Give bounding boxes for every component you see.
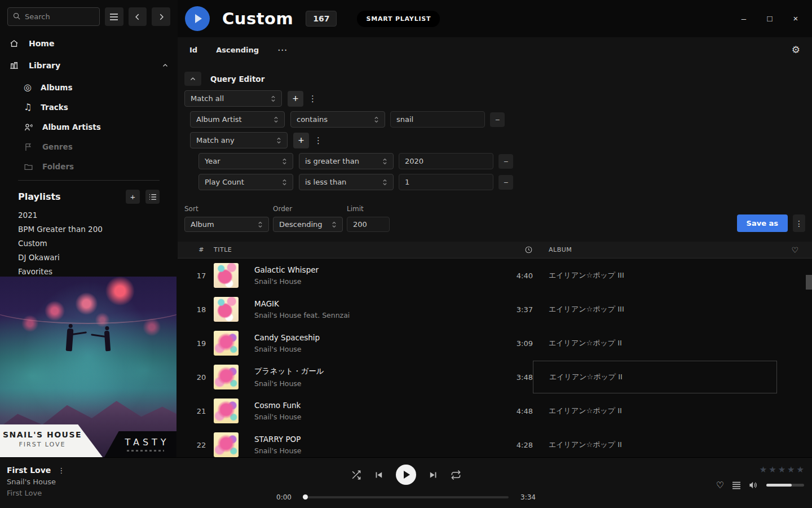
favorite-button[interactable]: ♡ [716,480,724,491]
rule-value-input[interactable] [399,153,493,169]
track-album[interactable]: エイリアン☆ポップ II [533,338,785,348]
track-title[interactable]: Cosmo Funk [254,401,492,410]
star-icon[interactable]: ★ [797,465,804,475]
volume-button[interactable] [749,480,758,490]
sort-field-control[interactable]: Id [189,46,197,54]
track-album[interactable]: エイリアン☆ポップ III [533,270,785,281]
now-playing-options-button[interactable]: ⋮ [58,466,65,475]
sidebar-item-album-artists[interactable]: Album Artists [24,121,169,133]
star-icon[interactable]: ★ [769,465,776,475]
now-playing-title[interactable]: First Love [7,466,51,475]
rule-field-select[interactable]: Play Count [198,174,293,190]
menu-button[interactable] [105,7,123,26]
volume-slider[interactable] [766,484,804,487]
track-title[interactable]: Galactic Whisper [254,265,492,274]
sidebar-item-folders[interactable]: Folders [24,160,169,173]
track-title[interactable]: STARRY POP [254,435,492,444]
add-rule-button[interactable]: + [288,91,303,107]
table-row[interactable]: 18 MAGIK Snail's House feat. Sennzai 3:3… [178,292,812,326]
playlist-item[interactable]: Custom [18,239,160,247]
album-thumbnail[interactable] [214,398,239,423]
track-title[interactable]: プラネット・ガール [254,366,492,376]
playlist-list-button[interactable] [145,190,160,204]
remove-rule-button[interactable]: − [498,175,513,190]
sidebar-item-home[interactable]: Home [9,37,169,50]
track-artist[interactable]: Snail's House [254,446,492,455]
remove-rule-button[interactable]: − [490,112,505,127]
table-row[interactable]: 20 プラネット・ガール Snail's House 3:48 エイリアン☆ポッ… [178,360,812,394]
sidebar-item-albums[interactable]: ◎ Albums [24,81,169,94]
rule-value-input[interactable] [390,111,485,128]
duration-column-clock-icon[interactable] [492,246,533,254]
track-artist[interactable]: Snail's House [254,277,492,286]
sidebar-item-library[interactable]: Library [9,59,169,72]
order-select[interactable]: Descending [273,217,343,232]
limit-input[interactable] [347,217,390,232]
star-icon[interactable]: ★ [787,465,795,475]
track-artist[interactable]: Snail's House [254,345,492,353]
rule-operator-select[interactable]: is greater than [299,153,394,169]
add-playlist-button[interactable]: + [126,190,140,204]
now-playing-artist[interactable]: Snail's House [7,478,65,486]
rule-operator-select[interactable]: is less than [299,174,394,190]
save-as-button[interactable]: Save as [737,214,788,232]
track-album[interactable]: エイリアン☆ポップ II [533,440,785,450]
playlist-item[interactable]: Favorites [18,267,160,275]
table-row[interactable]: 22 STARRY POP Snail's House 4:28 エイリアン☆ポ… [178,428,812,462]
rule-field-select[interactable]: Year [198,153,293,169]
track-artist[interactable]: Snail's House feat. Sennzai [254,311,492,319]
repeat-button[interactable] [451,470,461,480]
play-playlist-button[interactable] [185,6,210,31]
seek-bar[interactable] [303,496,509,498]
rule-field-select[interactable]: Album Artist [190,111,285,128]
table-row[interactable]: 21 Cosmo Funk Snail's House 4:48 エイリアン☆ポ… [178,394,812,428]
play-pause-button[interactable] [396,465,416,485]
track-album[interactable]: エイリアン☆ポップ II [533,406,785,416]
group-options-button[interactable]: ⋮ [314,135,323,146]
playlist-item[interactable]: DJ Okawari [18,253,160,261]
column-header-album[interactable]: ALBUM [533,246,785,253]
previous-button[interactable] [374,470,383,480]
playlist-item[interactable]: BPM Greater than 200 [18,225,160,233]
nav-back-button[interactable] [129,7,147,26]
album-thumbnail[interactable] [214,365,239,389]
group-options-button[interactable]: ⋮ [308,94,317,104]
queue-button[interactable] [732,481,741,489]
column-header-number[interactable]: # [189,246,214,253]
now-playing-album[interactable]: First Love [7,489,65,497]
sort-select[interactable]: Album [184,217,269,232]
table-row[interactable]: 17 Galactic Whisper Snail's House 4:40 エ… [178,259,812,292]
sort-order-control[interactable]: Ascending [216,46,259,54]
rule-value-input[interactable] [399,174,493,190]
query-editor-collapse-button[interactable] [184,72,201,86]
search-input[interactable] [7,7,100,26]
star-icon[interactable]: ★ [778,465,785,475]
minimize-button[interactable]: – [731,10,757,26]
track-title[interactable]: Candy Spaceship [254,333,492,342]
more-options-icon[interactable]: ⋯ [277,44,288,55]
chevron-up-icon[interactable] [162,62,169,69]
match-type-select[interactable]: Match any [190,132,288,148]
shuffle-button[interactable] [351,470,361,480]
save-options-button[interactable]: ⋮ [793,214,805,232]
match-type-select[interactable]: Match all [184,90,282,107]
album-thumbnail[interactable] [214,331,239,356]
maximize-button[interactable]: □ [757,10,783,26]
now-playing-album-art[interactable]: SNAIL'S HOUSE FIRST LOVE TASTY [0,277,176,457]
column-header-title[interactable]: TITLE [214,246,492,253]
add-rule-button[interactable]: + [293,133,309,148]
track-artist[interactable]: Snail's House [254,413,492,421]
track-album[interactable]: エイリアン☆ポップ III [533,304,785,314]
gear-icon[interactable]: ⚙ [792,44,800,55]
album-thumbnail[interactable] [214,432,239,457]
star-icon[interactable]: ★ [760,465,767,475]
remove-rule-button[interactable]: − [498,154,513,169]
table-row[interactable]: 19 Candy Spaceship Snail's House 3:09 エイ… [178,326,812,360]
scrollbar-thumb[interactable] [806,275,812,290]
favorite-column-heart-icon[interactable]: ♡ [785,246,805,255]
track-album-focused-cell[interactable]: エイリアン☆ポップ II [533,361,777,393]
sidebar-item-tracks[interactable]: ♫ Tracks [24,101,169,113]
sidebar-item-genres[interactable]: Genres [24,141,169,153]
track-artist[interactable]: Snail's House [254,379,492,388]
track-title[interactable]: MAGIK [254,299,492,308]
